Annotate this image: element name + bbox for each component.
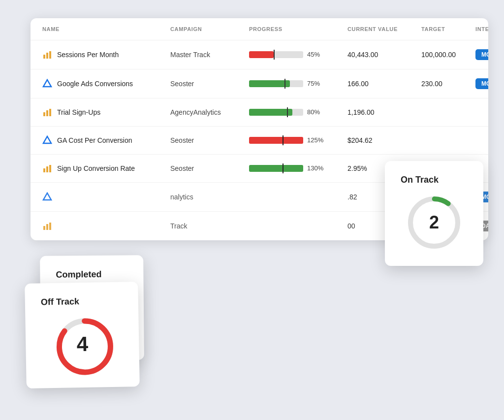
target-google-ads: 230.00 [421, 80, 475, 88]
campaign-agencyanalytics: AgencyAnalytics [170, 108, 249, 116]
completed-title: Completed [56, 269, 101, 280]
progress-pct-sessions: 45% [307, 51, 326, 58]
value-ga-cost: $204.62 [347, 136, 421, 144]
progress-pct-google-ads: 75% [307, 80, 326, 87]
col-target: TARGET [421, 26, 475, 32]
interval-sessions: MONTH [475, 49, 488, 60]
metric-partial-1 [42, 192, 170, 202]
metric-trial-signups: Trial Sign-Ups [42, 107, 170, 117]
progress-fill-signup-conversion [249, 165, 303, 172]
progress-fill-ga-cost [249, 137, 303, 144]
value-sessions: 40,443.00 [347, 51, 421, 59]
off-track-card: Off Track 4 [25, 282, 140, 388]
svg-marker-3 [43, 80, 51, 87]
progress-bar-trial-signups [249, 109, 303, 116]
metric-sessions-per-month: Sessions Per Month [42, 50, 170, 60]
svg-rect-14 [49, 223, 51, 230]
campaign-partial-2: Track [170, 222, 249, 230]
svg-rect-6 [49, 109, 51, 116]
progress-trial-signups: 80% [249, 108, 347, 116]
progress-pct-ga-cost: 125% [307, 136, 326, 144]
google-ads-icon-3 [42, 192, 52, 202]
svg-rect-2 [49, 51, 51, 59]
campaign-seoster-2: Seoster [170, 136, 249, 144]
table-row: GA Cost Per Conversion Seoster 125% $204… [31, 127, 488, 155]
table-header: NAME CAMPAIGN PROGRESS CURRENT VALUE TAR… [31, 18, 488, 40]
campaign-master-track: Master Track [170, 51, 249, 59]
campaign-partial-1: nalytics [170, 193, 249, 201]
metric-google-ads: Google Ads Conversions [42, 79, 170, 89]
off-track-title: Off Track [41, 296, 79, 307]
progress-sessions: 45% [249, 51, 347, 58]
progress-marker-trial-signups [287, 107, 288, 117]
progress-pct-trial-signups: 80% [307, 108, 326, 116]
metric-ga-cost: GA Cost Per Conversion [42, 135, 170, 145]
bar-chart-icon-2 [42, 107, 52, 117]
svg-marker-11 [43, 193, 51, 200]
campaign-seoster-3: Seoster [170, 164, 249, 172]
col-name: NAME [42, 26, 170, 32]
progress-marker-sessions [274, 50, 275, 60]
google-ads-icon-2 [42, 135, 52, 145]
svg-rect-0 [43, 55, 45, 59]
off-track-donut: 4 [52, 314, 112, 374]
on-track-card: On Track 2 [385, 161, 483, 266]
signup-conversion-label: Sign Up Conversion Rate [57, 164, 135, 172]
table-row: Trial Sign-Ups AgencyAnalytics 80% 1,196… [31, 98, 488, 127]
progress-google-ads: 75% [249, 80, 347, 87]
on-track-donut: 2 [405, 193, 464, 252]
col-current-value: CURRENT VALUE [347, 26, 421, 32]
svg-rect-9 [46, 166, 48, 172]
col-interval: INTERVAL [475, 26, 488, 32]
progress-bar-sessions [249, 51, 303, 58]
progress-ga-cost: 125% [249, 136, 347, 144]
progress-marker-ga-cost [283, 135, 284, 145]
off-track-number: 4 [76, 332, 88, 355]
progress-bar-google-ads [249, 80, 303, 87]
progress-bar-signup-conversion [249, 165, 303, 172]
progress-bar-ga-cost [249, 137, 303, 144]
progress-marker-signup-conversion [283, 163, 284, 173]
progress-signup-conversion: 130% [249, 164, 347, 172]
metric-partial-2 [42, 221, 170, 231]
svg-rect-4 [43, 112, 45, 116]
svg-rect-10 [49, 165, 51, 172]
sessions-per-month-label: Sessions Per Month [57, 51, 119, 59]
ga-cost-label: GA Cost Per Conversion [57, 136, 132, 144]
bar-chart-icon [42, 50, 52, 60]
progress-fill-sessions [249, 51, 274, 58]
progress-marker-google-ads [284, 79, 285, 89]
svg-rect-1 [46, 53, 48, 59]
svg-rect-12 [43, 226, 45, 230]
bar-chart-icon-4 [42, 221, 52, 231]
interval-google-ads: MONTH [475, 78, 488, 89]
trial-signups-label: Trial Sign-Ups [57, 108, 100, 116]
google-ads-icon [42, 79, 52, 89]
table-row: Google Ads Conversions Seoster 75% 166.0… [31, 69, 488, 98]
scene: NAME CAMPAIGN PROGRESS CURRENT VALUE TAR… [16, 18, 488, 402]
col-progress: PROGRESS [249, 26, 347, 32]
on-track-title: On Track [401, 175, 439, 185]
value-trial-signups: 1,196.00 [347, 108, 421, 116]
progress-pct-signup-conversion: 130% [307, 164, 326, 172]
metric-signup-conversion: Sign Up Conversion Rate [42, 163, 170, 173]
target-sessions: 100,000.00 [421, 51, 475, 59]
value-google-ads: 166.00 [347, 80, 421, 88]
on-track-number: 2 [429, 212, 439, 233]
progress-fill-google-ads [249, 80, 290, 87]
bar-chart-icon-3 [42, 163, 52, 173]
svg-marker-7 [43, 136, 51, 143]
svg-rect-8 [43, 168, 45, 172]
google-ads-label: Google Ads Conversions [57, 80, 133, 88]
svg-rect-13 [46, 224, 48, 230]
progress-fill-trial-signups [249, 109, 292, 116]
col-campaign: CAMPAIGN [170, 26, 249, 32]
table-row: Sessions Per Month Master Track 45% 40,4… [31, 40, 488, 69]
svg-rect-5 [46, 110, 48, 116]
campaign-seoster-1: Seoster [170, 80, 249, 88]
